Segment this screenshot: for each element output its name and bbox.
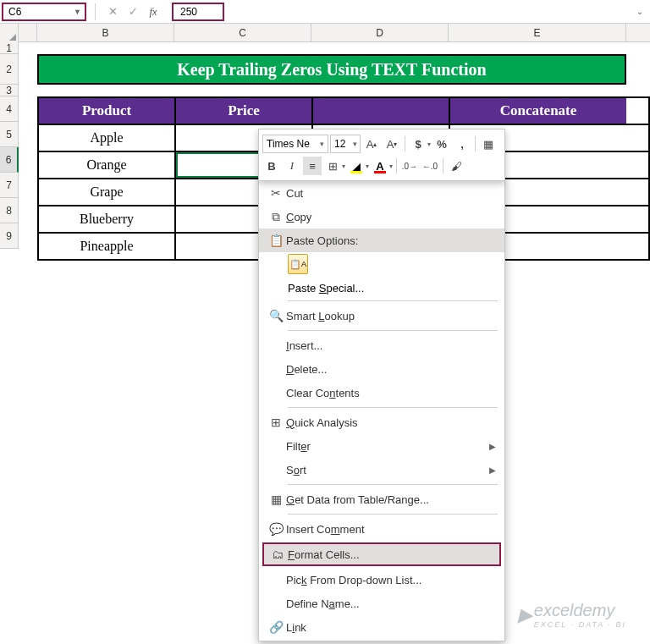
menu-pick-list[interactable]: Pick From Drop-down List...	[259, 568, 504, 592]
formula-input[interactable]: 250	[172, 3, 224, 21]
decrease-decimal-icon[interactable]: ←.0	[421, 157, 439, 175]
col-concatenate: Concatenate	[450, 98, 626, 124]
row-header-4[interactable]: 4	[0, 96, 19, 122]
menu-filter[interactable]: Filter▶	[259, 434, 504, 458]
row-header-2[interactable]: 2	[0, 54, 19, 85]
select-all-corner[interactable]	[0, 24, 19, 42]
name-box-value: C6	[8, 6, 21, 18]
cell-b7[interactable]: Grape	[39, 179, 176, 205]
watermark: ▶ exceldemy EXCEL · DATA · BI	[518, 601, 626, 629]
menu-format-cells[interactable]: 🗂 Format Cells...	[262, 542, 501, 566]
row-header-3[interactable]: 3	[0, 85, 19, 96]
menu-get-data[interactable]: ▦ Get Data from Table/Range...	[259, 487, 504, 511]
menu-paste-special[interactable]: Paste Special...	[259, 278, 504, 298]
page-title: Keep Trailing Zeros Using TEXT Function	[37, 54, 626, 85]
formula-value: 250	[180, 6, 197, 18]
bold-button[interactable]: B	[262, 157, 281, 175]
format-cells-icon: 🗂	[267, 548, 288, 561]
row-header-8[interactable]: 8	[0, 198, 19, 223]
menu-sort[interactable]: Sort▶	[259, 458, 504, 482]
row-header-7[interactable]: 7	[0, 173, 19, 198]
menu-delete[interactable]: Delete...	[259, 357, 504, 381]
fx-icon[interactable]: fx	[145, 3, 162, 20]
col-header-d[interactable]: D	[311, 24, 449, 41]
menu-define-name[interactable]: Define Name...	[259, 592, 504, 615]
borders-button[interactable]: ⊞	[323, 157, 342, 175]
col-product: Product	[39, 98, 176, 124]
menu-quick-analysis[interactable]: ⊞ Quick Analysis	[259, 410, 504, 434]
border-icon[interactable]: ▦	[479, 135, 498, 153]
font-color-button[interactable]: A	[371, 157, 389, 175]
cell-b9[interactable]: Pineapple	[39, 234, 176, 259]
col-price: Price	[176, 98, 313, 124]
link-icon: 🔗	[266, 620, 286, 634]
menu-paste-options[interactable]: 📋 Paste Options:	[259, 228, 504, 252]
fill-color-button[interactable]: ◢	[347, 157, 366, 175]
quick-analysis-icon: ⊞	[266, 416, 286, 429]
menu-copy[interactable]: ⧉ Copy	[259, 205, 504, 228]
increase-decimal-icon[interactable]: .0→	[400, 157, 419, 175]
table-icon: ▦	[266, 493, 286, 506]
font-family-select[interactable]: Times Ne	[262, 135, 328, 153]
cancel-edit-icon: ✕	[104, 3, 121, 20]
col-header-e[interactable]: E	[449, 24, 626, 41]
confirm-edit-icon: ✓	[124, 3, 141, 20]
decrease-font-icon[interactable]: A▾	[383, 135, 401, 153]
currency-button[interactable]: $	[409, 135, 427, 153]
increase-font-icon[interactable]: A▴	[362, 135, 381, 153]
col-blank	[313, 98, 450, 124]
italic-button[interactable]: I	[283, 157, 301, 175]
menu-insert[interactable]: Insert...	[259, 333, 504, 357]
cell-b8[interactable]: Blueberry	[39, 206, 176, 232]
cut-icon: ✂	[266, 186, 286, 200]
expand-formula-bar-icon[interactable]: ⌄	[636, 7, 643, 16]
paste-values-icon[interactable]: 📋A	[288, 254, 308, 274]
cell-b5[interactable]: Apple	[39, 125, 176, 151]
mini-toolbar: Times Ne 12 A▴ A▾ $▾ % , ▦ B I ≡ ⊞▾ ◢▾ A…	[258, 129, 505, 181]
cell-b6[interactable]: Orange	[39, 152, 176, 178]
name-box[interactable]: C6 ▼	[2, 3, 86, 21]
name-box-dropdown-icon[interactable]: ▼	[74, 8, 81, 16]
font-size-select[interactable]: 12	[330, 135, 361, 153]
separator	[95, 3, 96, 20]
menu-link[interactable]: 🔗 Link	[259, 615, 504, 639]
menu-smart-lookup[interactable]: 🔍 Smart Lookup	[259, 304, 504, 328]
col-header-a[interactable]	[19, 24, 37, 41]
col-header-b[interactable]: B	[37, 24, 174, 41]
percent-button[interactable]: %	[432, 135, 451, 153]
comma-button[interactable]: ,	[453, 135, 471, 153]
format-painter-icon[interactable]: 🖌	[447, 157, 465, 175]
menu-insert-comment[interactable]: 💬 Insert Comment	[259, 517, 504, 541]
align-center-button[interactable]: ≡	[303, 157, 322, 175]
copy-icon: ⧉	[266, 210, 286, 224]
paste-icon: 📋	[266, 234, 286, 247]
col-header-c[interactable]: C	[174, 24, 311, 41]
row-header-6[interactable]: 6	[0, 147, 19, 173]
comment-icon: 💬	[266, 522, 286, 536]
lookup-icon: 🔍	[266, 309, 286, 322]
menu-clear-contents[interactable]: Clear Contents	[259, 381, 504, 405]
context-menu: ✂ Cut ⧉ Copy 📋 Paste Options: 📋A Paste S…	[258, 179, 505, 641]
menu-cut[interactable]: ✂ Cut	[259, 181, 504, 205]
row-header-9[interactable]: 9	[0, 223, 19, 249]
row-header-1[interactable]: 1	[0, 42, 19, 54]
row-header-5[interactable]: 5	[0, 122, 19, 147]
